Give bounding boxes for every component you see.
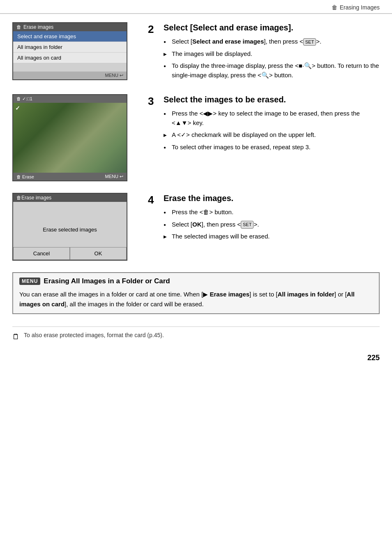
- screen2-topbar: 🗑 ✓:□1: [13, 95, 127, 103]
- screen2-mock: 🗑 ✓:□1 ✓ 🗑 Erase MENU ↩: [12, 94, 127, 181]
- step-4-bullet-2: Select [OK], then press <SET>.: [164, 220, 270, 229]
- note-icon: 🗒: [12, 333, 20, 341]
- step-3-number: 3: [148, 94, 159, 108]
- screen3-title: Erase images: [21, 195, 51, 201]
- note-area: 🗒 To also erase protected images, format…: [12, 326, 380, 341]
- section-title-text: Erasing All Images in a Folder or Card: [44, 277, 170, 285]
- screen1-item-1: Select and erase images: [13, 31, 127, 42]
- header-title: Erasing Images: [340, 4, 380, 11]
- trash-header-icon: 🗑: [332, 4, 337, 11]
- step-2: 🗑 Erase images Select and erase images A…: [12, 22, 380, 83]
- section-box: MENU Erasing All Images in a Folder or C…: [12, 272, 380, 314]
- step-2-content: Select [Select and erase images]. Select…: [164, 22, 380, 83]
- step-2-bullet-3: To display the three-image display, pres…: [164, 61, 380, 80]
- screen1-item-3: All images on card: [13, 53, 127, 63]
- screen3-mock: 🗑 Erase images Erase selected images Can…: [12, 193, 127, 261]
- screen3-titlebar: 🗑 Erase images: [13, 194, 127, 202]
- screen2-bottombar: 🗑 Erase MENU ↩: [13, 173, 127, 180]
- step-4-bullets: Press the <🗑> button. Select [OK], then …: [164, 208, 270, 241]
- screen2-erase-btn: 🗑 Erase: [16, 174, 34, 179]
- step-3-screen: 🗑 ✓:□1 ✓ 🗑 Erase MENU ↩: [12, 94, 136, 181]
- screen2-menu-btn: MENU ↩: [105, 174, 123, 179]
- step-4-bullet-1: Press the <🗑> button.: [164, 208, 270, 217]
- step-3-right: 3 Select the images to be erased. Press …: [148, 94, 380, 155]
- step-2-screen: 🗑 Erase images Select and erase images A…: [12, 22, 136, 80]
- screen3-cancel-btn[interactable]: Cancel: [13, 247, 70, 260]
- step-3-content: Select the images to be erased. Press th…: [164, 94, 380, 155]
- step-3-title: Select the images to be erased.: [164, 94, 380, 105]
- step-4-screen: 🗑 Erase images Erase selected images Can…: [12, 193, 136, 261]
- screen1-footer: MENU ↩: [13, 72, 127, 79]
- note-text: To also erase protected images, format t…: [24, 332, 164, 338]
- section-title: MENU Erasing All Images in a Folder or C…: [19, 277, 373, 285]
- screen3-ok-btn[interactable]: OK: [70, 247, 127, 260]
- step-3-bullet-2: A <✓> checkmark will be displayed on the…: [164, 130, 380, 140]
- screen2-image: ✓: [13, 103, 127, 173]
- step-4-content: Erase the images. Press the <🗑> button. …: [164, 193, 270, 244]
- step-3-bullet-3: To select other images to be erased, rep…: [164, 143, 380, 152]
- step-2-right: 2 Select [Select and erase images]. Sele…: [148, 22, 380, 83]
- screen1-title: Erase images: [23, 24, 53, 30]
- step-2-number: 2: [148, 22, 159, 36]
- step-4-bullet-3: The selected images will be erased.: [164, 232, 270, 241]
- page-number: 225: [0, 349, 392, 366]
- step-4-number: 4: [148, 193, 159, 206]
- screen1-titlebar: 🗑 Erase images: [13, 23, 127, 31]
- step-4: 🗑 Erase images Erase selected images Can…: [12, 193, 380, 261]
- screen3-trash-icon: 🗑: [16, 195, 21, 201]
- main-content: 🗑 Erase images Select and erase images A…: [0, 14, 392, 349]
- screen1-menu: Select and erase images All images in fo…: [13, 31, 127, 63]
- section-body: You can erase all the images in a folder…: [19, 289, 373, 309]
- screen3-buttons: Cancel OK: [13, 247, 127, 260]
- step-2-bullets: Select [Select and erase images], then p…: [164, 37, 380, 80]
- screen3-message: Erase selected images: [13, 202, 127, 247]
- step-4-right: 4 Erase the images. Press the <🗑> button…: [148, 193, 270, 244]
- screen1-item-2: All images in folder: [13, 42, 127, 53]
- step-2-bullet-2: The images will be displayed.: [164, 49, 380, 59]
- screen1-mock: 🗑 Erase images Select and erase images A…: [12, 22, 127, 80]
- step-3-bullet-1: Press the <◀▶> key to select the image t…: [164, 109, 380, 127]
- screen1-trash-icon: 🗑: [16, 24, 21, 30]
- step-2-bullet-1: Select [Select and erase images], then p…: [164, 37, 380, 46]
- screen2-checkmark: ✓: [15, 105, 20, 111]
- step-3-bullets: Press the <◀▶> key to select the image t…: [164, 109, 380, 152]
- menu-badge: MENU: [19, 278, 40, 285]
- step-3: 🗑 ✓:□1 ✓ 🗑 Erase MENU ↩ 3 Select the ima…: [12, 94, 380, 181]
- step-4-title: Erase the images.: [164, 193, 270, 204]
- page-header: 🗑 Erasing Images: [0, 0, 392, 14]
- step-2-title: Select [Select and erase images].: [164, 22, 380, 33]
